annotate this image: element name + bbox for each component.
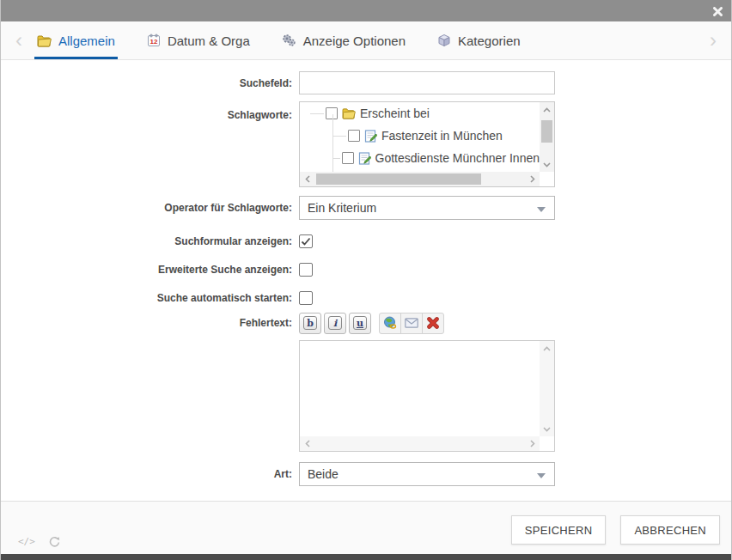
tab-label: Allgemein: [58, 33, 115, 48]
tab-label: Kategorien: [458, 33, 521, 48]
chevron-down-icon: [537, 473, 546, 478]
tree-checkbox[interactable]: [326, 107, 338, 119]
operator-select[interactable]: Ein Kriterium: [299, 196, 555, 220]
scroll-right-icon[interactable]: [525, 436, 540, 451]
fehlertext-label: Fehlertext:: [1, 312, 299, 334]
schlagworte-tree: Erscheint bei Fastenzeit in München: [299, 101, 555, 187]
scroll-right-icon[interactable]: [525, 172, 540, 186]
tab-label: Anzeige Optionen: [303, 33, 406, 48]
italic-icon: i: [328, 316, 342, 330]
tree-connector: [332, 136, 346, 137]
tabs-scroll-left-icon[interactable]: ‹: [1, 21, 37, 59]
suchformular-checkbox[interactable]: [299, 234, 313, 248]
bold-button[interactable]: b: [299, 313, 321, 334]
suche-automatisch-label: Suche automatisch starten:: [1, 292, 299, 304]
art-select[interactable]: Beide: [299, 462, 555, 486]
scroll-left-icon[interactable]: [300, 436, 314, 451]
suche-automatisch-checkbox[interactable]: [299, 291, 313, 305]
editor-vertical-scrollbar[interactable]: [540, 341, 554, 436]
chevron-down-icon: [537, 207, 546, 212]
fehlertext-editor: [299, 340, 555, 452]
tree-connector: [310, 113, 324, 114]
tree-hscroll-thumb[interactable]: [316, 173, 481, 185]
suchefeld-label: Suchefeld:: [1, 77, 299, 89]
folder-icon: [342, 107, 356, 119]
tree-item-label: Gottesdienste Münchner Innen: [375, 151, 540, 165]
tab-label: Datum & Orga: [168, 33, 250, 48]
calendar-icon: 12: [147, 33, 161, 47]
tree-connector-line: [332, 114, 333, 172]
scroll-up-icon[interactable]: [540, 341, 554, 356]
tree-vertical-scrollbar[interactable]: [540, 102, 554, 172]
insert-link-button[interactable]: [379, 313, 401, 334]
tree-item-gottesdienste[interactable]: Gottesdienste Münchner Innen: [300, 147, 540, 169]
tree-checkbox[interactable]: [342, 152, 354, 164]
editor-horizontal-scrollbar[interactable]: [300, 436, 540, 451]
bold-icon: b: [303, 316, 317, 330]
gears-icon: [282, 33, 296, 47]
underline-button[interactable]: u: [349, 313, 371, 334]
tab-allgemein[interactable]: Allgemein: [37, 21, 115, 59]
dialog-content: Suchefeld: Schlagworte:: [1, 60, 731, 501]
italic-button[interactable]: i: [324, 313, 346, 334]
tree-horizontal-scrollbar[interactable]: [300, 172, 540, 186]
folder-icon: [37, 34, 52, 47]
suchefeld-input[interactable]: [299, 71, 555, 94]
remove-format-button[interactable]: [422, 313, 444, 334]
cancel-button[interactable]: ABBRECHEN: [620, 515, 720, 545]
tabs-scroll-right-icon[interactable]: ›: [695, 21, 731, 59]
operator-label: Operator für Schlagworte:: [1, 202, 299, 214]
format-toolbar: b i u: [299, 312, 555, 334]
dialog-footer: SPEICHERN ABBRECHEN </>: [1, 501, 731, 554]
suchformular-label: Suchformular anzeigen:: [1, 235, 299, 247]
tab-anzeige-optionen[interactable]: Anzeige Optionen: [282, 21, 406, 59]
art-selected-value: Beide: [308, 467, 339, 481]
cube-icon: [437, 33, 451, 47]
scroll-down-icon[interactable]: [540, 157, 554, 172]
envelope-icon: [405, 318, 418, 328]
fehlertext-textarea[interactable]: [300, 341, 540, 437]
document-edit-icon: [358, 152, 371, 165]
red-x-icon: [427, 317, 439, 329]
title-bar: [1, 0, 731, 21]
tab-datum-orga[interactable]: 12 Datum & Orga: [147, 21, 250, 59]
schlagworte-label: Schlagworte:: [1, 101, 299, 121]
refresh-icon[interactable]: [49, 536, 60, 547]
erweiterte-suche-checkbox[interactable]: [299, 263, 313, 277]
tree-checkbox[interactable]: [348, 130, 360, 142]
tree-item-label: Erscheint bei: [360, 107, 430, 120]
erweiterte-suche-label: Erweiterte Suche anzeigen:: [1, 264, 299, 276]
code-icon[interactable]: </>: [18, 536, 35, 547]
window-bottom-edge: [1, 554, 731, 560]
globe-link-icon: [383, 316, 397, 330]
document-edit-icon: [364, 130, 377, 143]
tab-kategorien[interactable]: Kategorien: [437, 21, 521, 59]
tree-item-fastenzeit[interactable]: Fastenzeit in München: [300, 125, 540, 147]
svg-text:12: 12: [149, 38, 157, 46]
underline-icon: u: [353, 316, 367, 330]
scroll-up-icon[interactable]: [540, 102, 554, 117]
tree-vscroll-thumb[interactable]: [541, 120, 552, 143]
check-icon: [301, 237, 311, 247]
tab-bar: ‹ Allgemein 12 Datum & Orga: [1, 21, 731, 60]
dialog-window: ‹ Allgemein 12 Datum & Orga: [0, 0, 732, 560]
tree-item-erscheint-bei[interactable]: Erscheint bei: [300, 102, 540, 125]
operator-selected-value: Ein Kriterium: [308, 201, 376, 215]
tree-viewport: Erscheint bei Fastenzeit in München: [300, 102, 540, 172]
scroll-left-icon[interactable]: [300, 172, 314, 186]
close-icon[interactable]: [711, 4, 724, 18]
tree-connector: [332, 158, 340, 159]
art-label: Art:: [1, 468, 299, 480]
insert-email-button[interactable]: [400, 313, 423, 334]
tree-item-label: Fastenzeit in München: [381, 129, 503, 143]
save-button[interactable]: SPEICHERN: [511, 515, 607, 545]
scroll-down-icon[interactable]: [540, 422, 554, 436]
